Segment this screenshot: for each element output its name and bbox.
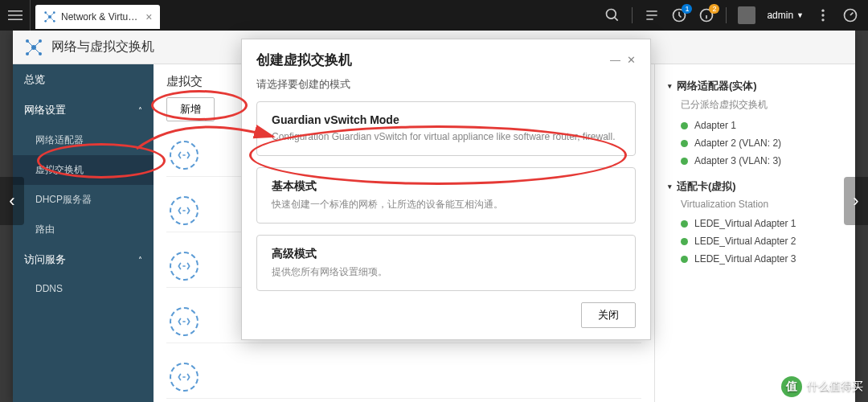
rp-subtitle: 已分派给虚拟交换机 [681, 98, 842, 112]
sidebar-item-dhcp[interactable]: DHCP服务器 [13, 185, 154, 215]
svg-point-19 [821, 14, 824, 16]
mode-title: Guardian vSwitch Mode [272, 113, 620, 126]
svg-line-29 [27, 47, 34, 54]
modal-title: 创建虚拟交换机 [256, 51, 352, 69]
vadapter-item[interactable]: LEDE_Virtual Adapter 3 [668, 250, 842, 268]
sidebar-item-access[interactable]: 访问服务˄ [13, 244, 154, 275]
vadapter-item[interactable]: LEDE_Virtual Adapter 1 [668, 215, 842, 232]
svg-line-13 [615, 18, 618, 21]
vswitch-icon [170, 363, 199, 392]
notif-badge: 2 [709, 4, 719, 14]
svg-point-18 [821, 10, 824, 12]
chevron-down-icon: ▼ [796, 11, 804, 19]
modal-window-controls: — ✕ [610, 54, 636, 66]
vadapter-item[interactable]: LEDE_Virtual Adapter 2 [668, 232, 842, 250]
watermark-text: 什么值得买 [807, 379, 863, 394]
sidebar: 总览 网络设置˄ 网络适配器 虚拟交换机 DHCP服务器 路由 访问服务˄ DD… [13, 64, 154, 402]
add-button[interactable]: 新增 [166, 97, 215, 121]
adapter-item[interactable]: Adapter 2 (VLAN: 2) [668, 134, 842, 152]
mode-desc: Configuration Guardian vSwitch for virtu… [272, 129, 620, 144]
events-badge: 1 [682, 4, 692, 14]
hamburger-icon [8, 8, 23, 23]
user-avatar[interactable] [738, 6, 755, 24]
more-icon[interactable] [815, 7, 831, 23]
status-dot-icon [681, 122, 688, 129]
tab-title: Network & Virtu… [61, 11, 137, 23]
svg-line-10 [46, 17, 50, 21]
svg-rect-0 [8, 10, 23, 12]
mode-title: 高级模式 [272, 247, 620, 261]
svg-line-9 [50, 13, 54, 17]
divider [726, 7, 727, 23]
mode-desc: 快速创建一个标准的网桥，让所选的设备能互相沟通。 [272, 197, 620, 211]
right-panel: ▾网络适配器(实体) 已分派给虚拟交换机 Adapter 1 Adapter 2… [654, 64, 855, 402]
vswitch-row[interactable] [166, 356, 641, 399]
sidebar-item-route[interactable]: 路由 [13, 215, 154, 244]
status-dot-icon [681, 238, 688, 245]
vswitch-icon [170, 141, 199, 170]
topbar-right: 1 2 admin▼ [604, 0, 868, 31]
status-dot-icon [681, 140, 688, 147]
divider [632, 7, 633, 23]
close-button[interactable]: ✕ [627, 54, 636, 66]
rp-section-virtual[interactable]: ▾适配卡(虚拟) [668, 179, 842, 194]
events-button[interactable]: 1 [671, 7, 687, 23]
app-tab[interactable]: Network & Virtu… × [35, 5, 160, 29]
svg-line-8 [46, 13, 50, 17]
triangle-down-icon: ▾ [668, 183, 672, 191]
rp-section-physical[interactable]: ▾网络适配器(实体) [668, 79, 842, 93]
svg-line-27 [27, 41, 34, 47]
modal-body: Guardian vSwitch Mode Configuration Guar… [242, 101, 650, 302]
svg-point-12 [607, 10, 616, 19]
mode-guardian[interactable]: Guardian vSwitch Mode Configuration Guar… [256, 101, 636, 156]
gallery-next-button[interactable]: › [844, 177, 868, 225]
vswitch-icon [170, 307, 199, 336]
app-title: 网络与虚拟交换机 [51, 39, 154, 55]
gallery-prev-button[interactable]: ‹ [0, 177, 24, 225]
tab-close-button[interactable]: × [145, 10, 152, 23]
os-topbar: Network & Virtu… × 1 2 admin▼ [0, 0, 868, 31]
svg-line-30 [34, 47, 40, 54]
notifications-button[interactable]: 2 [698, 7, 714, 23]
app-icon [24, 38, 43, 57]
svg-point-20 [821, 18, 824, 21]
adapter-item[interactable]: Adapter 1 [668, 117, 842, 134]
watermark: 值 什么值得买 [781, 376, 863, 397]
modal-subtitle: 请选择要创建的模式 [242, 74, 650, 101]
svg-rect-1 [8, 14, 23, 16]
minimize-button[interactable]: — [610, 54, 620, 66]
tasks-icon[interactable] [644, 7, 660, 23]
modal-footer: 关闭 [242, 302, 650, 339]
create-vswitch-modal: 创建虚拟交换机 — ✕ 请选择要创建的模式 Guardian vSwitch M… [241, 39, 651, 340]
triangle-down-icon: ▾ [668, 82, 672, 90]
adapter-item[interactable]: Adapter 3 (VLAN: 3) [668, 152, 842, 170]
status-dot-icon [681, 256, 688, 263]
status-dot-icon [681, 158, 688, 165]
sidebar-item-adapter[interactable]: 网络适配器 [13, 125, 154, 155]
status-dot-icon [681, 220, 688, 228]
modal-close-button[interactable]: 关闭 [581, 302, 636, 328]
menu-button[interactable] [0, 0, 31, 31]
sidebar-item-ddns[interactable]: DDNS [13, 275, 154, 302]
chevron-up-icon: ˄ [138, 256, 142, 265]
mode-desc: 提供您所有网络设置细项。 [272, 265, 620, 279]
sidebar-item-vswitch[interactable]: 虚拟交换机 [13, 155, 154, 185]
dashboard-icon[interactable] [842, 7, 858, 23]
sidebar-item-network-settings[interactable]: 网络设置˄ [13, 95, 154, 125]
user-menu[interactable]: admin▼ [767, 10, 804, 21]
mode-title: 基本模式 [272, 179, 620, 194]
chevron-up-icon: ˄ [138, 106, 142, 115]
sidebar-item-overview[interactable]: 总览 [13, 64, 154, 95]
modal-header: 创建虚拟交换机 — ✕ [242, 39, 650, 74]
svg-line-11 [50, 17, 54, 21]
watermark-badge-icon: 值 [781, 376, 802, 397]
search-icon[interactable] [604, 7, 620, 23]
vswitch-icon [170, 196, 199, 225]
rp-subtitle: Virtualization Station [681, 199, 842, 210]
mode-basic[interactable]: 基本模式 快速创建一个标准的网桥，让所选的设备能互相沟通。 [256, 167, 636, 224]
svg-line-28 [34, 41, 40, 47]
mode-advanced[interactable]: 高级模式 提供您所有网络设置细项。 [256, 235, 636, 291]
network-icon [43, 10, 56, 23]
svg-rect-2 [8, 19, 23, 21]
vswitch-icon [170, 252, 199, 281]
